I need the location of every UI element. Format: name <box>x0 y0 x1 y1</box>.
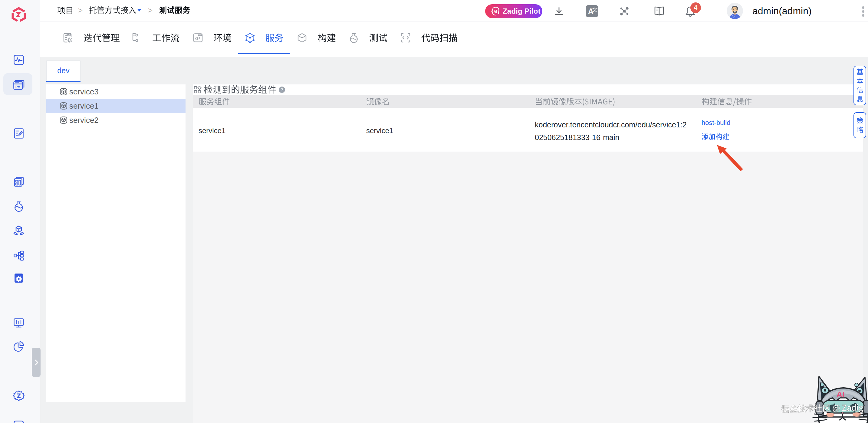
svg-text:PM: PM <box>16 85 21 89</box>
svg-text:AI: AI <box>837 390 845 399</box>
svg-text:AI: AI <box>494 10 497 13</box>
